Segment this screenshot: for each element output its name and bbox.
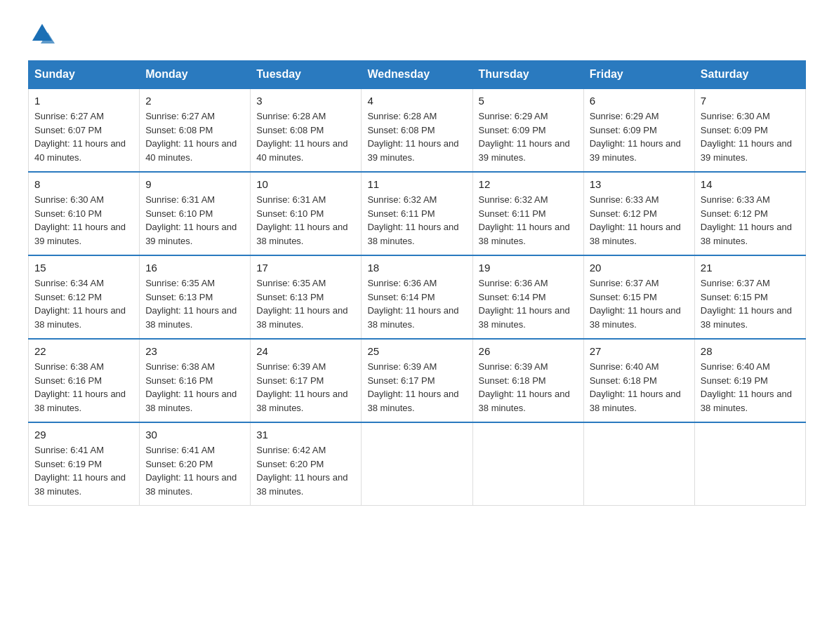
day-number: 8	[34, 178, 133, 190]
calendar-cell	[694, 422, 805, 506]
day-number: 3	[256, 95, 355, 107]
logo-icon	[29, 21, 55, 46]
day-info: Sunrise: 6:28 AMSunset: 6:08 PMDaylight:…	[256, 111, 348, 163]
day-number: 13	[590, 178, 689, 190]
day-number: 6	[590, 95, 689, 107]
day-number: 30	[145, 429, 244, 441]
weekday-header-thursday: Thursday	[472, 61, 583, 89]
calendar-body: 1Sunrise: 6:27 AMSunset: 6:07 PMDaylight…	[29, 88, 806, 506]
calendar-cell: 26Sunrise: 6:39 AMSunset: 6:18 PMDayligh…	[472, 339, 583, 422]
day-number: 9	[145, 178, 244, 190]
day-number: 22	[34, 345, 133, 357]
calendar-cell: 10Sunrise: 6:31 AMSunset: 6:10 PMDayligh…	[251, 172, 362, 255]
day-number: 4	[367, 95, 466, 107]
weekday-header-row: SundayMondayTuesdayWednesdayThursdayFrid…	[29, 61, 806, 89]
day-info: Sunrise: 6:39 AMSunset: 6:17 PMDaylight:…	[367, 361, 458, 413]
day-number: 11	[367, 178, 466, 190]
day-info: Sunrise: 6:42 AMSunset: 6:20 PMDaylight:…	[256, 445, 348, 497]
calendar-cell: 25Sunrise: 6:39 AMSunset: 6:17 PMDayligh…	[362, 339, 472, 422]
day-info: Sunrise: 6:30 AMSunset: 6:09 PMDaylight:…	[701, 111, 792, 163]
calendar-cell: 31Sunrise: 6:42 AMSunset: 6:20 PMDayligh…	[251, 422, 362, 506]
day-info: Sunrise: 6:35 AMSunset: 6:13 PMDaylight:…	[256, 278, 348, 330]
day-number: 26	[479, 345, 578, 357]
day-number: 12	[479, 178, 578, 190]
day-info: Sunrise: 6:30 AMSunset: 6:10 PMDaylight:…	[34, 194, 126, 246]
day-number: 17	[256, 262, 355, 274]
day-number: 14	[701, 178, 800, 190]
day-number: 5	[479, 95, 578, 107]
day-info: Sunrise: 6:31 AMSunset: 6:10 PMDaylight:…	[145, 194, 237, 246]
calendar-cell: 29Sunrise: 6:41 AMSunset: 6:19 PMDayligh…	[29, 422, 140, 506]
day-number: 2	[145, 95, 244, 107]
day-number: 15	[34, 262, 133, 274]
day-info: Sunrise: 6:36 AMSunset: 6:14 PMDaylight:…	[367, 278, 458, 330]
calendar-cell: 28Sunrise: 6:40 AMSunset: 6:19 PMDayligh…	[694, 339, 805, 422]
day-number: 16	[145, 262, 244, 274]
calendar-cell: 22Sunrise: 6:38 AMSunset: 6:16 PMDayligh…	[29, 339, 140, 422]
day-number: 28	[701, 345, 800, 357]
calendar-cell: 24Sunrise: 6:39 AMSunset: 6:17 PMDayligh…	[251, 339, 362, 422]
day-info: Sunrise: 6:34 AMSunset: 6:12 PMDaylight:…	[34, 278, 126, 330]
day-info: Sunrise: 6:37 AMSunset: 6:15 PMDaylight:…	[701, 278, 792, 330]
week-row-4: 22Sunrise: 6:38 AMSunset: 6:16 PMDayligh…	[29, 339, 806, 422]
day-number: 18	[367, 262, 466, 274]
calendar-cell: 15Sunrise: 6:34 AMSunset: 6:12 PMDayligh…	[29, 255, 140, 339]
logo	[28, 21, 56, 46]
day-info: Sunrise: 6:33 AMSunset: 6:12 PMDaylight:…	[701, 194, 792, 246]
day-number: 10	[256, 178, 355, 190]
calendar-cell: 2Sunrise: 6:27 AMSunset: 6:08 PMDaylight…	[140, 88, 251, 172]
day-number: 7	[701, 95, 800, 107]
day-info: Sunrise: 6:35 AMSunset: 6:13 PMDaylight:…	[145, 278, 237, 330]
weekday-header-sunday: Sunday	[29, 61, 140, 89]
day-info: Sunrise: 6:41 AMSunset: 6:20 PMDaylight:…	[145, 445, 237, 497]
calendar-cell: 13Sunrise: 6:33 AMSunset: 6:12 PMDayligh…	[583, 172, 694, 255]
calendar-cell: 30Sunrise: 6:41 AMSunset: 6:20 PMDayligh…	[140, 422, 251, 506]
calendar-cell: 20Sunrise: 6:37 AMSunset: 6:15 PMDayligh…	[583, 255, 694, 339]
calendar-cell: 3Sunrise: 6:28 AMSunset: 6:08 PMDaylight…	[251, 88, 362, 172]
calendar-cell: 18Sunrise: 6:36 AMSunset: 6:14 PMDayligh…	[362, 255, 472, 339]
weekday-header-saturday: Saturday	[694, 61, 805, 89]
calendar-cell: 21Sunrise: 6:37 AMSunset: 6:15 PMDayligh…	[694, 255, 805, 339]
day-info: Sunrise: 6:39 AMSunset: 6:17 PMDaylight:…	[256, 361, 348, 413]
day-number: 24	[256, 345, 355, 357]
day-info: Sunrise: 6:28 AMSunset: 6:08 PMDaylight:…	[367, 111, 458, 163]
day-number: 21	[701, 262, 800, 274]
day-info: Sunrise: 6:27 AMSunset: 6:08 PMDaylight:…	[145, 111, 237, 163]
day-info: Sunrise: 6:29 AMSunset: 6:09 PMDaylight:…	[479, 111, 570, 163]
weekday-header-wednesday: Wednesday	[362, 61, 472, 89]
day-info: Sunrise: 6:32 AMSunset: 6:11 PMDaylight:…	[367, 194, 458, 246]
day-info: Sunrise: 6:40 AMSunset: 6:18 PMDaylight:…	[590, 361, 681, 413]
day-info: Sunrise: 6:29 AMSunset: 6:09 PMDaylight:…	[590, 111, 681, 163]
day-info: Sunrise: 6:41 AMSunset: 6:19 PMDaylight:…	[34, 445, 126, 497]
day-info: Sunrise: 6:27 AMSunset: 6:07 PMDaylight:…	[34, 111, 126, 163]
week-row-2: 8Sunrise: 6:30 AMSunset: 6:10 PMDaylight…	[29, 172, 806, 255]
calendar-cell: 19Sunrise: 6:36 AMSunset: 6:14 PMDayligh…	[472, 255, 583, 339]
calendar-cell	[472, 422, 583, 506]
day-number: 29	[34, 429, 133, 441]
day-number: 19	[479, 262, 578, 274]
day-info: Sunrise: 6:31 AMSunset: 6:10 PMDaylight:…	[256, 194, 348, 246]
week-row-3: 15Sunrise: 6:34 AMSunset: 6:12 PMDayligh…	[29, 255, 806, 339]
day-number: 1	[34, 95, 133, 107]
day-number: 25	[367, 345, 466, 357]
day-info: Sunrise: 6:33 AMSunset: 6:12 PMDaylight:…	[590, 194, 681, 246]
day-info: Sunrise: 6:38 AMSunset: 6:16 PMDaylight:…	[34, 361, 126, 413]
calendar-cell: 4Sunrise: 6:28 AMSunset: 6:08 PMDaylight…	[362, 88, 472, 172]
week-row-5: 29Sunrise: 6:41 AMSunset: 6:19 PMDayligh…	[29, 422, 806, 506]
day-info: Sunrise: 6:39 AMSunset: 6:18 PMDaylight:…	[479, 361, 570, 413]
calendar-cell: 6Sunrise: 6:29 AMSunset: 6:09 PMDaylight…	[583, 88, 694, 172]
day-info: Sunrise: 6:36 AMSunset: 6:14 PMDaylight:…	[479, 278, 570, 330]
calendar-cell	[362, 422, 472, 506]
day-info: Sunrise: 6:37 AMSunset: 6:15 PMDaylight:…	[590, 278, 681, 330]
day-info: Sunrise: 6:32 AMSunset: 6:11 PMDaylight:…	[479, 194, 570, 246]
calendar-cell: 9Sunrise: 6:31 AMSunset: 6:10 PMDaylight…	[140, 172, 251, 255]
calendar-cell: 5Sunrise: 6:29 AMSunset: 6:09 PMDaylight…	[472, 88, 583, 172]
calendar-cell	[583, 422, 694, 506]
calendar-cell: 8Sunrise: 6:30 AMSunset: 6:10 PMDaylight…	[29, 172, 140, 255]
calendar-cell: 23Sunrise: 6:38 AMSunset: 6:16 PMDayligh…	[140, 339, 251, 422]
day-number: 20	[590, 262, 689, 274]
day-number: 27	[590, 345, 689, 357]
calendar-cell: 27Sunrise: 6:40 AMSunset: 6:18 PMDayligh…	[583, 339, 694, 422]
weekday-header-monday: Monday	[140, 61, 251, 89]
calendar-cell: 1Sunrise: 6:27 AMSunset: 6:07 PMDaylight…	[29, 88, 140, 172]
